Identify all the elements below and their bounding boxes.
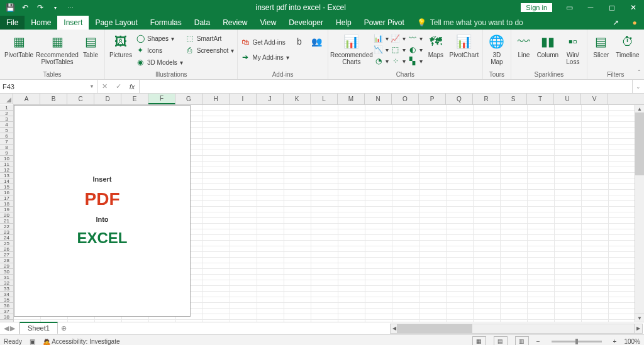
col-header-O[interactable]: O xyxy=(392,94,419,104)
sparkline-line-button[interactable]: 〰Line xyxy=(514,31,533,58)
tab-home[interactable]: Home xyxy=(25,16,57,30)
slicer-button[interactable]: ▤Slicer xyxy=(591,31,612,58)
close-icon[interactable]: ✕ xyxy=(623,0,644,15)
row-header-26[interactable]: 26 xyxy=(0,246,13,252)
tab-help[interactable]: Help xyxy=(330,16,358,30)
tab-formulas[interactable]: Formulas xyxy=(144,16,188,30)
screenshot-button[interactable]: ⎙Screenshot ▾ xyxy=(186,45,235,56)
row-header-2[interactable]: 2 xyxy=(0,111,13,116)
name-box[interactable]: F43▼ xyxy=(0,80,97,93)
row-header-18[interactable]: 18 xyxy=(0,201,13,207)
tab-page-layout[interactable]: Page Layout xyxy=(89,16,143,30)
timeline-button[interactable]: ⏱Timeline xyxy=(614,31,641,58)
worksheet-grid[interactable]: ABCDEFGHIJKLMNOPQRSTUV 12345678910111213… xyxy=(0,94,644,322)
icons-button[interactable]: ✦Icons xyxy=(136,45,183,56)
pictures-button[interactable]: 🖼Pictures xyxy=(108,31,133,58)
col-header-C[interactable]: C xyxy=(67,94,94,104)
row-header-6[interactable]: 6 xyxy=(0,133,13,139)
get-addins-button[interactable]: 🛍Get Add-ins xyxy=(241,36,289,48)
qat-customize-icon[interactable]: ▾ xyxy=(49,1,62,14)
row-header-30[interactable]: 30 xyxy=(0,269,13,275)
col-header-E[interactable]: E xyxy=(121,94,148,104)
zoom-slider[interactable] xyxy=(552,341,602,342)
row-headers[interactable]: 1234567891011121314151617181920212223242… xyxy=(0,105,14,322)
bing-maps-button[interactable]: b xyxy=(292,31,307,50)
row-header-24[interactable]: 24 xyxy=(0,235,13,241)
row-header-25[interactable]: 25 xyxy=(0,241,13,246)
sparkline-column-button[interactable]: ▮▮Column xyxy=(536,31,560,58)
column-headers[interactable]: ABCDEFGHIJKLMNOPQRSTUV xyxy=(13,94,644,105)
scroll-down-icon[interactable]: ▼ xyxy=(635,314,644,322)
col-header-T[interactable]: T xyxy=(527,94,554,104)
save-icon[interactable]: 💾 xyxy=(4,1,16,14)
accessibility-status[interactable]: 🙇 Accessibility: Investigate xyxy=(43,338,120,345)
row-header-20[interactable]: 20 xyxy=(0,212,13,218)
row-header-21[interactable]: 21 xyxy=(0,218,13,224)
chevron-down-icon[interactable]: ▼ xyxy=(89,84,94,89)
smartart-button[interactable]: ⬚SmartArt xyxy=(186,33,235,44)
vscroll-thumb[interactable] xyxy=(635,112,644,175)
vertical-scrollbar[interactable]: ▲ ▼ xyxy=(635,105,644,322)
col-header-M[interactable]: M xyxy=(338,94,365,104)
pivottable-button[interactable]: ▦PivotTable xyxy=(3,31,35,58)
my-addins-button[interactable]: ➔My Add-ins ▾ xyxy=(241,52,289,63)
col-header-L[interactable]: L xyxy=(311,94,338,104)
zoom-level[interactable]: 100% xyxy=(624,338,640,345)
tab-view[interactable]: View xyxy=(254,16,283,30)
people-graph-button[interactable]: 👥 xyxy=(309,31,325,50)
row-header-36[interactable]: 36 xyxy=(0,303,13,309)
row-header-35[interactable]: 35 xyxy=(0,297,13,303)
col-header-N[interactable]: N xyxy=(365,94,392,104)
row-header-32[interactable]: 32 xyxy=(0,280,13,286)
col-header-J[interactable]: J xyxy=(257,94,284,104)
col-header-K[interactable]: K xyxy=(284,94,311,104)
row-header-13[interactable]: 13 xyxy=(0,173,13,178)
minimize-icon[interactable]: ─ xyxy=(580,0,601,15)
col-header-R[interactable]: R xyxy=(473,94,500,104)
col-header-A[interactable]: A xyxy=(13,94,40,104)
3d-models-button[interactable]: ◉3D Models ▾ xyxy=(136,57,183,68)
col-header-H[interactable]: H xyxy=(203,94,230,104)
col-header-S[interactable]: S xyxy=(500,94,527,104)
col-header-I[interactable]: I xyxy=(230,94,257,104)
tab-data[interactable]: Data xyxy=(188,16,216,30)
chart-waterfall-button[interactable]: 📉▾ ⬚▾ ◐▾ xyxy=(374,44,423,55)
embedded-pdf-object[interactable]: Insert PDF Into EXCEL xyxy=(14,105,191,317)
sheet-tab-sheet1[interactable]: Sheet1 xyxy=(19,322,58,334)
recommended-charts-button[interactable]: 📊Recommended Charts xyxy=(331,31,372,65)
maps-button[interactable]: 🗺Maps xyxy=(425,31,447,58)
scroll-right-icon[interactable]: ▶ xyxy=(634,324,642,333)
row-header-5[interactable]: 5 xyxy=(0,128,13,133)
col-header-F[interactable]: F xyxy=(148,94,175,104)
pivotchart-button[interactable]: 📊PivotChart xyxy=(449,31,479,58)
comments-icon[interactable]: ● xyxy=(625,16,644,30)
row-header-33[interactable]: 33 xyxy=(0,286,13,292)
chart-bar-button[interactable]: 📊▾ 📈▾ 〰▾ xyxy=(374,33,423,44)
col-header-U[interactable]: U xyxy=(554,94,581,104)
row-header-37[interactable]: 37 xyxy=(0,309,13,314)
row-header-28[interactable]: 28 xyxy=(0,258,13,263)
row-header-17[interactable]: 17 xyxy=(0,195,13,201)
tab-insert[interactable]: Insert xyxy=(57,16,89,30)
cancel-formula-icon[interactable]: ✕ xyxy=(97,82,111,90)
chart-pie-button[interactable]: ◔▾ ⁘▾ ▚▾ xyxy=(374,55,423,67)
macro-record-icon[interactable]: ▣ xyxy=(30,338,35,345)
col-header-B[interactable]: B xyxy=(40,94,67,104)
row-header-3[interactable]: 3 xyxy=(0,116,13,122)
maximize-icon[interactable]: ◻ xyxy=(601,0,623,15)
horizontal-scrollbar[interactable]: ◀ ▶ xyxy=(390,324,643,334)
tab-review[interactable]: Review xyxy=(216,16,253,30)
tell-me[interactable]: 💡Tell me what you want to do xyxy=(411,16,530,30)
zoom-in-icon[interactable]: + xyxy=(613,338,617,345)
zoom-out-icon[interactable]: − xyxy=(536,338,540,345)
select-all-corner[interactable] xyxy=(0,94,13,104)
zoom-thumb[interactable] xyxy=(575,339,578,344)
row-header-4[interactable]: 4 xyxy=(0,122,13,128)
row-header-10[interactable]: 10 xyxy=(0,156,13,162)
sparkline-winloss-button[interactable]: ▪▫Win/ Loss xyxy=(562,31,584,65)
3d-map-button[interactable]: 🌐3D Map xyxy=(486,31,508,65)
tab-file[interactable]: File xyxy=(0,16,25,30)
undo-icon[interactable]: ↶ xyxy=(19,1,31,14)
collapse-ribbon-icon[interactable]: ˆ xyxy=(638,70,640,77)
view-page-break-icon[interactable]: ▥ xyxy=(515,336,529,345)
